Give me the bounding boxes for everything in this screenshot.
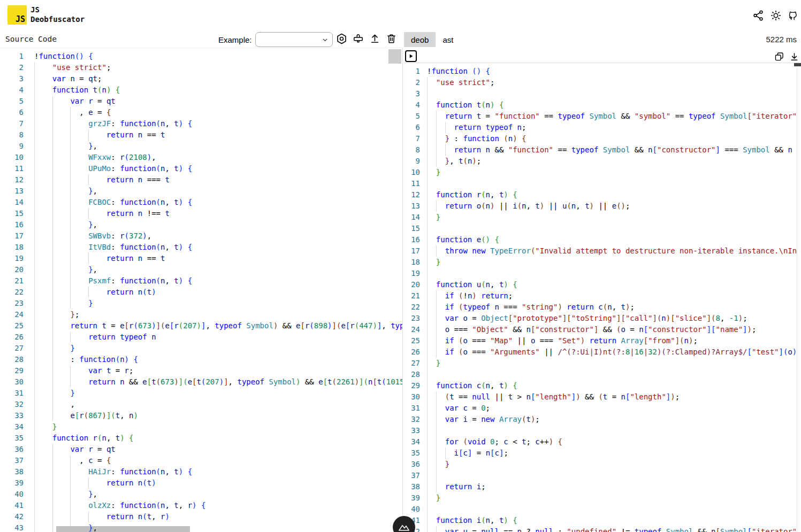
line-number: 22 (404, 302, 420, 313)
code-line: }, (34, 186, 402, 197)
tab-ast[interactable]: ast (436, 32, 460, 47)
code-line: var o = Object["prototype"]["toString"][… (427, 313, 797, 324)
right-scrollbar-track (797, 63, 797, 532)
code-line: } (34, 343, 402, 354)
indent-guide (427, 425, 428, 436)
line-number: 7 (404, 133, 420, 144)
line-number: 3 (404, 88, 420, 99)
line-number: 39 (0, 477, 24, 489)
code-line (427, 223, 797, 234)
js-logo-icon: JS (16, 14, 25, 24)
code-line: if (o === "Map" || o === "Set") return A… (427, 335, 797, 346)
code-line: return n(t) (34, 477, 402, 489)
line-number: 24 (0, 309, 24, 320)
source-code-editor[interactable]: 1!function() {2 "use strict";3 var n = q… (0, 48, 402, 532)
github-button[interactable] (786, 9, 800, 22)
line-number: 30 (0, 376, 24, 388)
line-number: 25 (0, 320, 24, 331)
line-number: 14 (404, 212, 420, 223)
code-line: : function(n) { (34, 354, 402, 365)
code-line: }, (34, 219, 402, 230)
indent-guide (427, 504, 428, 515)
app-logo: JS (7, 5, 27, 25)
line-number: 1 (404, 66, 420, 77)
line-number: 19 (404, 268, 420, 279)
line-number: 23 (0, 298, 24, 309)
code-line: return i; (427, 481, 797, 492)
code-line: e[r(867)](t, n) (34, 410, 402, 421)
code-line: } (427, 459, 797, 470)
line-number: 40 (404, 504, 420, 515)
line-number: 12 (404, 189, 420, 201)
line-number: 11 (0, 163, 24, 174)
line-number: 2 (0, 62, 24, 73)
settings-icon (335, 33, 348, 45)
run-button[interactable] (405, 50, 417, 62)
code-line: FCBOC: function(n, t) { (34, 197, 402, 208)
line-number: 18 (0, 242, 24, 253)
share-icon (752, 10, 765, 21)
code-line: return n == t (34, 129, 402, 141)
app-title-line2: Deobfuscator (30, 14, 85, 24)
code-line: ItVBd: function(n, t) { (34, 242, 402, 253)
example-select[interactable] (255, 32, 333, 47)
play-icon (407, 52, 415, 60)
line-number: 8 (404, 144, 420, 156)
code-line: } (34, 298, 402, 309)
copy-output-button[interactable] (774, 51, 785, 63)
theme-toggle-icon (770, 10, 783, 21)
line-number: 9 (404, 156, 420, 167)
line-number: 10 (0, 152, 24, 163)
tab-deob[interactable]: deob (404, 32, 436, 47)
code-line: } (427, 358, 797, 369)
line-number: 21 (0, 275, 24, 287)
code-line: return n == t (34, 253, 402, 264)
clear-button[interactable] (385, 33, 398, 45)
code-line: }, (34, 522, 402, 532)
line-number: 17 (0, 230, 24, 242)
code-line: WFxxw: r(2108), (34, 152, 402, 163)
theme-toggle-button[interactable] (769, 9, 783, 22)
code-line: for (void 0; c < t; c++) { (427, 436, 797, 448)
left-vertical-scrollbar[interactable] (388, 49, 401, 64)
upload-button[interactable] (369, 33, 381, 45)
line-number: 37 (0, 455, 24, 466)
line-number: 6 (0, 107, 24, 118)
line-number: 27 (404, 358, 420, 369)
code-line: return n && "function" == typeof Symbol … (427, 144, 797, 156)
indent-guide (427, 268, 428, 279)
line-number: 41 (0, 500, 24, 511)
code-line: return n(t) (34, 287, 402, 298)
line-number: 35 (404, 448, 420, 459)
line-number: 31 (404, 403, 420, 414)
line-number: 5 (0, 96, 24, 107)
output-toolbar-divider (404, 63, 801, 63)
indent-guide (427, 470, 428, 481)
right-vertical-scrollbar[interactable] (794, 63, 801, 66)
code-line: return n !== t (34, 208, 402, 219)
code-line: HAiJr: function(n, t) { (34, 466, 402, 477)
code-line: return o(n) || i(n, t) || u(n, t) || e()… (427, 201, 797, 212)
line-number: 27 (0, 343, 24, 354)
line-number: 38 (0, 466, 24, 477)
code-line (427, 504, 797, 515)
download-output-button[interactable] (789, 51, 800, 63)
code-line: } (427, 492, 797, 504)
line-number: 11 (404, 178, 420, 189)
line-number: 26 (404, 346, 420, 358)
line-number: 19 (0, 253, 24, 264)
indent-guide (427, 178, 428, 189)
indent-guide (436, 425, 437, 436)
code-line: return t = "function" == typeof Symbol &… (427, 111, 797, 122)
settings-button[interactable] (335, 33, 348, 45)
line-number: 1 (0, 51, 24, 62)
code-line: function e() { (427, 234, 797, 245)
code-line: function r(n, t) { (34, 433, 402, 444)
share-button[interactable] (752, 9, 766, 22)
line-number: 17 (404, 245, 420, 257)
line-number: 4 (404, 99, 420, 111)
format-button[interactable] (352, 33, 364, 45)
code-line: if (o === "Arguments" || /^(?:Ui|I)nt(?:… (427, 346, 797, 358)
line-number: 14 (0, 197, 24, 208)
deobfuscated-output-editor[interactable]: 1!function () {2 "use strict";34 functio… (404, 63, 797, 532)
